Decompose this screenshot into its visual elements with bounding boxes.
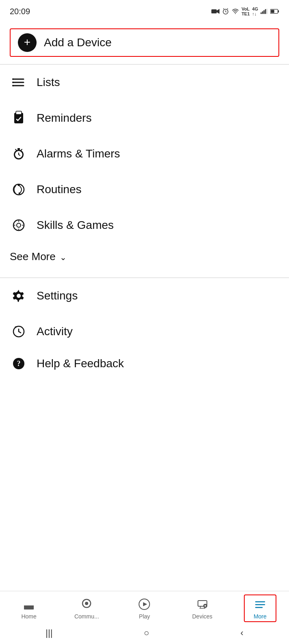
help-label: Help & Feedback xyxy=(37,357,124,370)
svg-point-21 xyxy=(12,85,14,86)
svg-rect-11 xyxy=(265,9,266,14)
svg-line-43 xyxy=(19,332,21,333)
play-tab-label: Play xyxy=(139,613,150,620)
reminders-label: Reminders xyxy=(37,112,91,125)
lists-icon xyxy=(10,73,28,91)
menu-item-activity[interactable]: Activity xyxy=(10,314,279,349)
system-nav: ||| ○ ‹ xyxy=(0,624,289,644)
alarms-label: Alarms & Timers xyxy=(37,147,120,160)
reminders-icon xyxy=(10,109,28,127)
skills-icon xyxy=(10,216,28,234)
svg-point-34 xyxy=(17,223,21,227)
svg-rect-12 xyxy=(266,9,267,14)
settings-label: Settings xyxy=(37,289,78,302)
home-button[interactable]: ○ xyxy=(144,628,149,638)
svg-point-40 xyxy=(17,294,21,298)
svg-point-19 xyxy=(12,78,14,80)
bottom-navigation: Home Commu... Play xyxy=(0,591,289,644)
more-tab-icon xyxy=(253,597,267,612)
help-icon: ? xyxy=(10,355,28,373)
menu-item-skills[interactable]: Skills & Games xyxy=(10,207,279,243)
wifi-icon xyxy=(232,8,239,15)
svg-marker-1 xyxy=(217,9,219,14)
alarms-icon xyxy=(10,145,28,163)
menu-item-reminders[interactable]: Reminders xyxy=(10,100,279,136)
settings-list: Settings Activity ? Help & xyxy=(0,278,289,378)
devices-tab-label: Devices xyxy=(192,613,213,620)
routines-label: Routines xyxy=(37,183,82,196)
add-device-icon: + xyxy=(18,33,37,52)
signal-icon xyxy=(261,9,268,14)
svg-line-29 xyxy=(21,149,22,151)
recent-apps-button[interactable]: ||| xyxy=(46,628,52,638)
tab-devices[interactable]: Devices xyxy=(186,597,219,620)
alarm-status-icon xyxy=(222,8,229,15)
see-more-label: See More xyxy=(10,250,56,263)
tab-home[interactable]: Home xyxy=(13,597,45,620)
devices-tab-icon xyxy=(195,597,210,612)
svg-line-4 xyxy=(226,12,226,13)
svg-line-5 xyxy=(223,9,224,9)
routines-icon xyxy=(10,181,28,198)
battery-icon xyxy=(270,9,279,14)
activity-label: Activity xyxy=(37,325,73,338)
svg-point-7 xyxy=(235,13,236,14)
svg-rect-23 xyxy=(16,111,22,114)
svg-line-6 xyxy=(227,9,228,9)
activity-icon xyxy=(10,323,28,340)
menu-list: Lists Reminders xyxy=(0,65,289,243)
back-button[interactable]: ‹ xyxy=(240,628,243,638)
menu-item-lists[interactable]: Lists xyxy=(10,65,279,100)
svg-rect-15 xyxy=(271,10,274,13)
menu-item-routines[interactable]: Routines xyxy=(10,172,279,207)
add-device-label: Add a Device xyxy=(44,36,112,49)
add-device-button[interactable]: + Add a Device xyxy=(10,28,279,57)
svg-rect-9 xyxy=(262,11,263,14)
status-time: 20:09 xyxy=(10,7,30,16)
main-content: + Add a Device Lists xyxy=(0,28,289,431)
svg-rect-14 xyxy=(278,10,279,12)
play-tab-icon xyxy=(137,597,152,612)
video-icon xyxy=(211,9,219,14)
svg-rect-8 xyxy=(261,13,262,14)
svg-point-20 xyxy=(12,82,14,83)
bottom-tabs: Home Commu... Play xyxy=(0,591,289,624)
status-bar: 20:09 VoLTE1 4G↑↓ xyxy=(0,0,289,21)
home-tab-label: Home xyxy=(21,613,36,620)
status-icons: VoLTE1 4G↑↓ xyxy=(211,6,279,16)
communicate-tab-label: Commu... xyxy=(74,613,99,620)
tab-more[interactable]: More xyxy=(244,594,276,622)
menu-item-help[interactable]: ? Help & Feedback xyxy=(10,349,279,378)
tab-communicate[interactable]: Commu... xyxy=(70,597,103,620)
tab-play[interactable]: Play xyxy=(128,597,161,620)
skills-label: Skills & Games xyxy=(37,219,114,232)
home-tab-icon xyxy=(22,597,36,612)
menu-item-alarms[interactable]: Alarms & Timers xyxy=(10,136,279,172)
settings-icon xyxy=(10,287,28,305)
see-more-button[interactable]: See More ⌄ xyxy=(0,243,289,270)
more-tab-label: More xyxy=(254,613,267,620)
svg-marker-53 xyxy=(143,602,147,606)
svg-text:?: ? xyxy=(17,360,21,368)
svg-rect-10 xyxy=(263,10,265,14)
communicate-tab-icon xyxy=(79,597,94,612)
svg-line-28 xyxy=(15,149,17,151)
network-indicator: 4G↑↓ xyxy=(252,6,258,16)
chevron-down-icon: ⌄ xyxy=(60,252,67,262)
svg-point-51 xyxy=(85,602,88,605)
svg-rect-0 xyxy=(211,9,217,13)
svg-rect-30 xyxy=(17,148,20,150)
menu-item-settings[interactable]: Settings xyxy=(10,278,279,314)
lists-label: Lists xyxy=(37,76,60,89)
volte-indicator: VoLTE1 xyxy=(241,6,250,16)
